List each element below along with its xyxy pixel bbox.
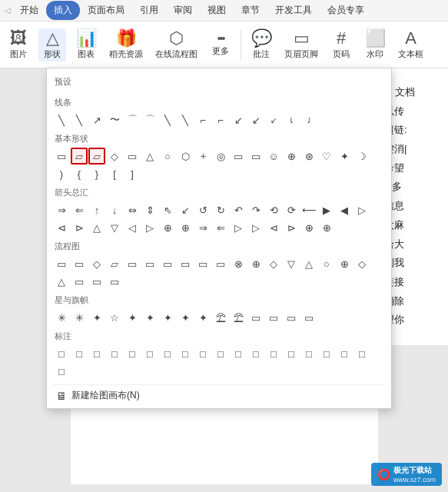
line-3[interactable]: ↗ [88, 111, 105, 128]
tab-vip[interactable]: 会员专享 [320, 1, 372, 20]
tab-reference[interactable]: 引用 [132, 1, 166, 20]
paren-r[interactable]: ) [53, 165, 70, 182]
arrow2-4[interactable]: ▷ [247, 219, 264, 236]
callout-10[interactable]: □ [212, 345, 229, 362]
circle-cross[interactable]: ⊕ [283, 148, 300, 165]
callout-12[interactable]: □ [247, 345, 264, 362]
flow-7[interactable]: ▭ [159, 255, 176, 272]
star4[interactable]: ✦ [336, 148, 353, 165]
line-8[interactable]: ╲ [177, 111, 194, 128]
callout-9[interactable]: □ [194, 345, 211, 362]
star-1[interactable]: ✳ [53, 309, 70, 326]
arrow-call-r[interactable]: ▷ [141, 219, 158, 236]
flow-4[interactable]: ▱ [106, 255, 123, 272]
banner-3[interactable]: ▭ [247, 309, 264, 326]
line-5[interactable]: ⌒ [124, 111, 141, 128]
tab-start[interactable]: 开始 [12, 1, 46, 20]
flow-13[interactable]: ◇ [265, 255, 282, 272]
callout-17[interactable]: □ [336, 345, 353, 362]
bracket-l[interactable]: [ [106, 165, 123, 182]
line-12[interactable]: ↙ [247, 111, 264, 128]
arrow2-3[interactable]: ▷ [230, 219, 247, 236]
arrow-d[interactable]: ↓ [106, 201, 123, 218]
tab-dev[interactable]: 开发工具 [267, 1, 320, 20]
star-7[interactable]: ✦ [159, 309, 176, 326]
toolbar-image[interactable]: 🖼 图片 [5, 28, 32, 62]
rect-3[interactable]: ▭ [230, 148, 247, 165]
tab-insert[interactable]: 插入 [46, 1, 80, 20]
arrow2-8[interactable]: ⊕ [318, 219, 335, 236]
arrow-plus2[interactable]: ⊕ [177, 219, 194, 236]
callout-6[interactable]: □ [141, 345, 158, 362]
banner-4[interactable]: ▭ [265, 309, 282, 326]
tab-chapter[interactable]: 章节 [234, 1, 267, 20]
line-7[interactable]: ╲ [159, 111, 176, 128]
arrow-fat-l[interactable]: ◀ [336, 201, 353, 218]
arrow-wide-r[interactable]: ▷ [353, 201, 370, 218]
toolbar-page-num[interactable]: # 页码 [327, 28, 355, 62]
arrow-call-l[interactable]: ◁ [124, 219, 141, 236]
hexagon[interactable]: ⬡ [177, 148, 194, 165]
line-11[interactable]: ↙ [230, 111, 247, 128]
callout-7[interactable]: □ [159, 345, 176, 362]
arrow-l[interactable]: ⇐ [71, 201, 88, 218]
arrow2-1[interactable]: ⇒ [194, 219, 211, 236]
line-4[interactable]: 〜 [106, 111, 123, 128]
diamond[interactable]: ◇ [106, 148, 123, 165]
flow-6[interactable]: ▭ [141, 255, 158, 272]
bracket-r[interactable]: ] [124, 165, 141, 182]
arrow-ul[interactable]: ⇖ [159, 201, 176, 218]
callout-1[interactable]: □ [53, 345, 70, 362]
callout-8[interactable]: □ [177, 345, 194, 362]
arrow-r[interactable]: ⇒ [53, 201, 70, 218]
parallelogram-1[interactable]: ▱ [71, 148, 88, 165]
line-13[interactable]: ↙ [265, 111, 282, 128]
star-3[interactable]: ✦ [88, 309, 105, 326]
rect-4[interactable]: ▭ [247, 148, 264, 165]
flow-10[interactable]: ▭ [212, 255, 229, 272]
toolbar-more[interactable]: ••• 更多 [207, 32, 234, 58]
callout-16[interactable]: □ [318, 345, 335, 362]
triangle[interactable]: △ [141, 148, 158, 165]
crescent[interactable]: ☽ [353, 148, 370, 165]
flow-1[interactable]: ▭ [53, 255, 70, 272]
callout-15[interactable]: □ [300, 345, 317, 362]
flow-3[interactable]: ◇ [88, 255, 105, 272]
arrow-long-l[interactable]: ⟵ [300, 201, 317, 218]
star-8[interactable]: ✦ [177, 309, 194, 326]
arrow-lr[interactable]: ⇔ [124, 201, 141, 218]
star-4[interactable]: ☆ [106, 309, 123, 326]
line-6[interactable]: ⌒ [141, 111, 158, 128]
tab-view[interactable]: 视图 [200, 1, 234, 20]
flow2-6[interactable]: ▭ [106, 273, 123, 290]
callout-14[interactable]: □ [283, 345, 300, 362]
flow-15[interactable]: △ [300, 255, 317, 272]
arrow-cw2[interactable]: ⟳ [283, 201, 300, 218]
line-14[interactable]: ⤹ [283, 111, 300, 128]
toolbar-flowchart[interactable]: ⬡ 在线流程图 [152, 28, 201, 62]
cross[interactable]: ＋ [194, 148, 211, 165]
rect-2[interactable]: ▭ [124, 148, 141, 165]
flow-8[interactable]: ▭ [177, 255, 194, 272]
line-9[interactable]: ⌐ [194, 111, 211, 128]
arrow-loop-r[interactable]: ↷ [247, 201, 264, 218]
toolbar-header-footer[interactable]: ▭ 页眉页脚 [281, 28, 321, 62]
arrow-ccw[interactable]: ↺ [194, 201, 211, 218]
flow2-2[interactable]: ◇ [353, 255, 370, 272]
concentric[interactable]: ◎ [212, 148, 229, 165]
banner-2[interactable]: ⛱ [230, 309, 247, 326]
flow2-4[interactable]: ▭ [71, 273, 88, 290]
arrow-fat-r[interactable]: ▶ [318, 201, 335, 218]
line-2[interactable]: ╲ [71, 111, 88, 128]
banner-5[interactable]: ▭ [283, 309, 300, 326]
toolbar-textbox[interactable]: A 文本框 [395, 28, 426, 62]
banner-6[interactable]: ▭ [300, 309, 317, 326]
arrow2-5[interactable]: ⊲ [265, 219, 282, 236]
smiley[interactable]: ☺ [265, 148, 282, 165]
brace-r[interactable]: } [88, 165, 105, 182]
toolbar-comment[interactable]: 💬 批注 [247, 28, 275, 62]
banner-1[interactable]: ⛱ [212, 309, 229, 326]
callout-3[interactable]: □ [88, 345, 105, 362]
callout-19[interactable]: □ [53, 363, 70, 380]
callout-4[interactable]: □ [106, 345, 123, 362]
